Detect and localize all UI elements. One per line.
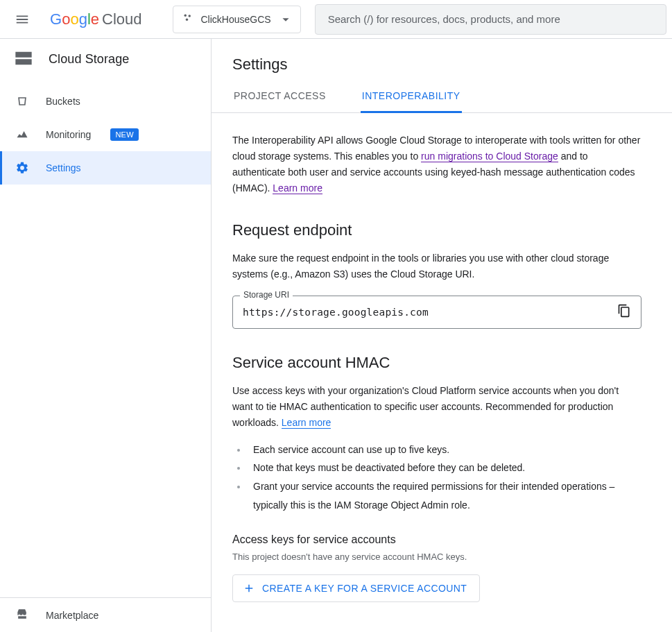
sidebar-header: Cloud Storage [0, 39, 211, 79]
project-name: ClickHouseGCS [201, 14, 271, 25]
storage-uri-field: Storage URI https://storage.googleapis.c… [232, 296, 641, 329]
top-bar: Google Cloud ClickHouseGCS Search (/) fo… [0, 0, 672, 39]
copy-icon [617, 304, 631, 318]
hmac-text: Use access keys with your organization's… [232, 383, 641, 431]
marketplace-icon [15, 607, 29, 623]
sidebar-item-label: Marketplace [46, 610, 98, 621]
tabs: PROJECT ACCESS INTEROPERABILITY [212, 80, 672, 113]
list-item: Note that keys must be deactivated befor… [248, 459, 641, 477]
chevron-down-icon [278, 12, 293, 27]
search-input[interactable]: Search (/) for resources, docs, products… [315, 4, 666, 35]
sidebar-title: Cloud Storage [49, 52, 129, 67]
svg-point-0 [184, 15, 186, 17]
bucket-icon [15, 94, 29, 108]
project-picker[interactable]: ClickHouseGCS [173, 6, 301, 33]
request-endpoint-heading: Request endpoint [232, 221, 641, 239]
sidebar-item-label: Monitoring [46, 129, 91, 140]
request-endpoint-text: Make sure the request endpoint in the to… [232, 250, 641, 282]
gear-icon [15, 161, 29, 175]
hmac-bullet-list: Each service account can use up to five … [248, 441, 641, 514]
tab-project-access[interactable]: PROJECT ACCESS [232, 80, 327, 113]
tab-interoperability[interactable]: INTEROPERABILITY [361, 80, 462, 113]
nav-menu-button[interactable] [6, 3, 39, 36]
page-title: Settings [212, 39, 672, 80]
main-content: Settings PROJECT ACCESS INTEROPERABILITY… [212, 39, 672, 632]
sidebar-item-label: Buckets [46, 96, 80, 107]
service-account-hmac-heading: Service account HMAC [232, 354, 641, 372]
search-placeholder: Search (/) for resources, docs, products… [328, 13, 560, 25]
link-learn-more-hmac-intro[interactable]: Learn more [273, 182, 322, 194]
create-key-button[interactable]: CREATE A KEY FOR A SERVICE ACCOUNT [232, 574, 480, 602]
link-learn-more-hmac[interactable]: Learn more [282, 417, 331, 429]
svg-point-2 [185, 19, 187, 21]
sidebar-item-monitoring[interactable]: Monitoring NEW [0, 118, 211, 151]
list-item: Grant your service accounts the required… [248, 477, 641, 514]
copy-button[interactable] [617, 304, 631, 320]
sidebar-item-buckets[interactable]: Buckets [0, 85, 211, 118]
sidebar-nav: Buckets Monitoring NEW Settings [0, 79, 211, 597]
link-run-migrations[interactable]: run migrations to Cloud Storage [421, 151, 558, 162]
storage-uri-value: https://storage.googleapis.com [243, 307, 617, 318]
storage-uri-label: Storage URI [240, 290, 293, 300]
sidebar-item-settings[interactable]: Settings [0, 151, 211, 185]
cloud-storage-icon [14, 49, 33, 70]
project-icon [182, 12, 194, 26]
logo-cloud-text: Cloud [102, 10, 141, 28]
monitoring-icon [15, 128, 29, 142]
create-key-button-label: CREATE A KEY FOR A SERVICE ACCOUNT [262, 583, 467, 594]
sidebar-item-marketplace[interactable]: Marketplace [0, 597, 211, 632]
list-item: Each service account can use up to five … [248, 441, 641, 459]
access-keys-empty-text: This project doesn't have any service ac… [232, 552, 641, 562]
sidebar-item-label: Settings [46, 162, 81, 173]
plus-icon [243, 582, 255, 595]
google-cloud-logo[interactable]: Google Cloud [44, 10, 148, 28]
new-badge: NEW [110, 128, 139, 141]
access-keys-heading: Access keys for service accounts [232, 533, 641, 546]
svg-point-1 [188, 15, 190, 17]
hamburger-icon [15, 12, 30, 27]
intro-paragraph: The Interoperability API allows Google C… [232, 133, 641, 196]
sidebar: Cloud Storage Buckets Monitoring NEW [0, 39, 212, 632]
